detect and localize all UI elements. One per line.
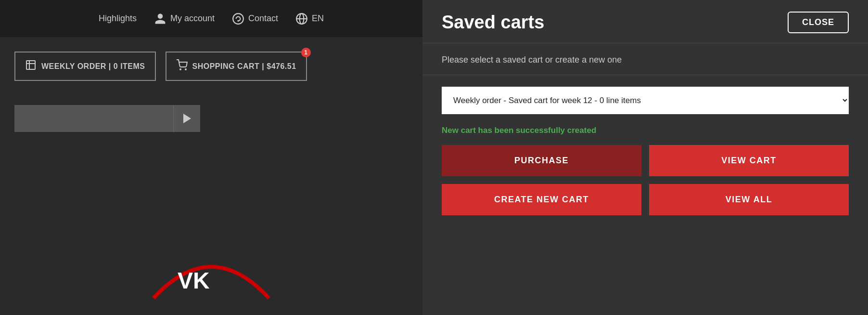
svg-point-0	[233, 13, 243, 24]
account-icon	[154, 13, 166, 25]
purchase-button[interactable]: PURCHASE	[442, 145, 641, 176]
shopping-cart-icon	[176, 59, 188, 73]
arrow-right-icon	[183, 114, 191, 123]
success-message: New cart has been successfully created	[422, 126, 868, 145]
saved-carts-panel: Saved carts CLOSE Please select a saved …	[422, 0, 868, 315]
shopping-cart-wrapper: SHOPPING CART | $476.51 1	[166, 52, 307, 81]
language-label: EN	[312, 13, 324, 24]
shopping-cart-button[interactable]: SHOPPING CART | $476.51	[166, 52, 307, 81]
highlights-label: Highlights	[99, 13, 137, 24]
contact-label: Contact	[248, 13, 278, 24]
create-new-cart-button[interactable]: CREATE NEW CART	[442, 184, 641, 215]
brand-logo: VK	[139, 231, 283, 303]
search-area	[14, 105, 408, 132]
dropdown-section: Weekly order - Saved cart for week 12 - …	[422, 75, 868, 126]
highlights-nav[interactable]: Highlights	[99, 13, 137, 24]
my-account-label: My account	[170, 13, 215, 24]
shopping-cart-label: SHOPPING CART | $476.51	[192, 62, 296, 71]
language-nav[interactable]: EN	[295, 13, 324, 25]
cart-badge: 1	[301, 48, 311, 57]
subtitle-text: Please select a saved cart or create a n…	[442, 55, 622, 65]
cart-buttons-row: WEEKLY ORDER | 0 ITEMS SHOPPING CART | $…	[0, 37, 422, 95]
my-account-nav[interactable]: My account	[154, 13, 215, 25]
svg-rect-5	[26, 61, 35, 69]
top-nav: Highlights My account Contact	[0, 0, 422, 37]
search-input[interactable]	[14, 105, 173, 132]
left-panel: Highlights My account Contact	[0, 0, 422, 315]
weekly-order-button[interactable]: WEEKLY ORDER | 0 ITEMS	[14, 52, 156, 81]
svg-point-9	[185, 69, 186, 70]
view-cart-button[interactable]: VIEW CART	[649, 145, 849, 176]
success-text: New cart has been successfully created	[442, 126, 596, 135]
weekly-order-label: WEEKLY ORDER | 0 ITEMS	[41, 62, 145, 71]
contact-nav[interactable]: Contact	[232, 13, 278, 25]
panel-title: Saved carts	[442, 12, 544, 33]
globe-icon	[295, 13, 308, 25]
view-all-button[interactable]: VIEW ALL	[649, 184, 849, 215]
search-button[interactable]	[173, 105, 200, 132]
saved-cart-select[interactable]: Weekly order - Saved cart for week 12 - …	[442, 87, 849, 114]
contact-icon	[232, 13, 244, 25]
panel-header: Saved carts CLOSE	[422, 0, 868, 43]
panel-subtitle: Please select a saved cart or create a n…	[422, 43, 868, 75]
svg-point-8	[180, 69, 181, 70]
close-button[interactable]: CLOSE	[788, 12, 849, 33]
action-buttons-grid: PURCHASE VIEW CART CREATE NEW CART VIEW …	[422, 145, 868, 225]
logo-area: VK	[0, 219, 422, 315]
weekly-order-icon	[25, 59, 37, 73]
svg-text:VK: VK	[178, 268, 210, 293]
